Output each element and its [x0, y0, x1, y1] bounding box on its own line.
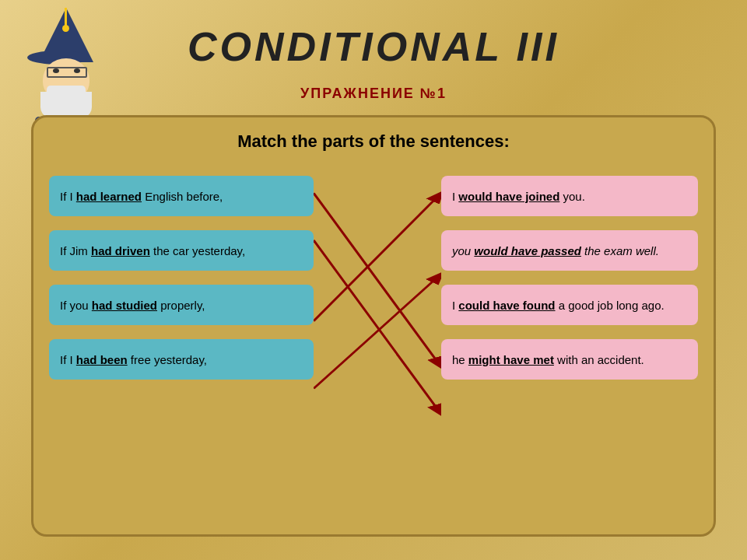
left-underline-2: had driven [91, 244, 150, 257]
left-text-2: If Jim had driven the car yesterday, [60, 244, 245, 257]
right-underline-3: could have found [458, 299, 555, 312]
right-text-4: he might have met with an accident. [452, 353, 644, 366]
left-text-1: If I had learned English before, [60, 190, 223, 203]
right-item-3: I could have found a good job long ago. [441, 285, 698, 325]
svg-line-0 [314, 193, 441, 367]
left-item-2: If Jim had driven the car yesterday, [49, 230, 314, 271]
right-underline-2: would have passed [474, 244, 581, 257]
left-text-4: If I had been free yesterday, [60, 353, 207, 366]
left-item-4: If I had been free yesterday, [49, 339, 314, 380]
left-column: If I had learned English before, If Jim … [49, 168, 314, 519]
exercise-label: УПРАЖНЕНИЕ №1 [0, 86, 747, 102]
left-underline-1: had learned [76, 190, 142, 203]
left-underline-3: had studied [92, 299, 157, 312]
right-text-3: I could have found a good job long ago. [452, 299, 665, 312]
svg-line-2 [314, 193, 441, 321]
right-underline-1: would have joined [458, 190, 559, 203]
left-underline-4: had been [76, 353, 128, 366]
sentences-area: If I had learned English before, If Jim … [49, 168, 698, 519]
main-card: Match the parts of the sentences: If I h… [31, 115, 716, 537]
right-item-4: he might have met with an accident. [441, 339, 698, 380]
left-item-1: If I had learned English before, [49, 176, 314, 216]
card-title: Match the parts of the sentences: [33, 117, 714, 161]
right-text-1: I would have joined you. [452, 190, 585, 203]
right-item-2: you would have passed the exam well. [441, 230, 698, 271]
page-title: CONDITIONAL III [0, 23, 747, 70]
svg-line-3 [314, 274, 441, 388]
connector-area [314, 168, 441, 519]
connection-lines [314, 168, 441, 519]
svg-line-1 [314, 240, 441, 415]
left-item-3: If you had studied properly, [49, 285, 314, 325]
right-item-1: I would have joined you. [441, 176, 698, 216]
right-underline-4: might have met [468, 353, 554, 366]
right-column: I would have joined you. you would have … [441, 168, 698, 519]
left-text-3: If you had studied properly, [60, 299, 205, 312]
right-text-2: you would have passed the exam well. [452, 244, 659, 257]
